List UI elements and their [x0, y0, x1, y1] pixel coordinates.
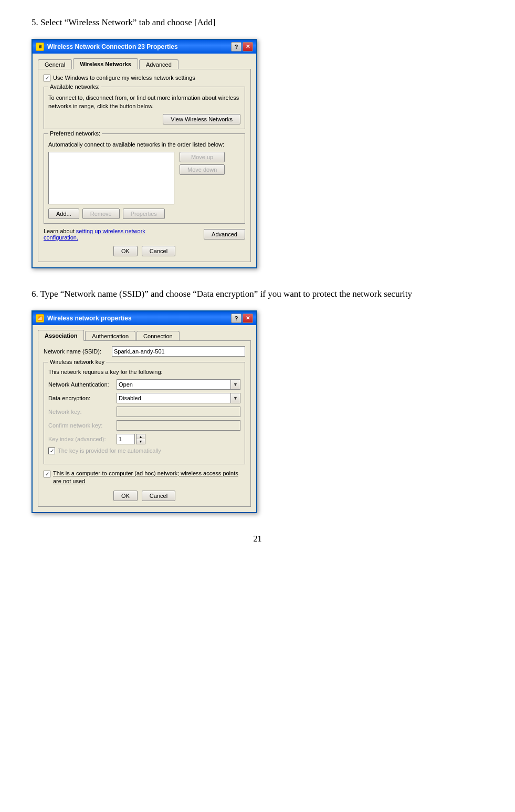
- spinner-arrows: ▲ ▼: [136, 434, 145, 444]
- dialog1-bottom-row: Learn about setting up wireless network …: [44, 228, 245, 241]
- preferred-networks-text: Automatically connect to available netwo…: [48, 140, 240, 149]
- auth-value: Open: [119, 381, 133, 388]
- spinner-up-button[interactable]: ▲: [136, 434, 145, 439]
- remove-button[interactable]: Remove: [82, 209, 120, 219]
- dialog2-ok-cancel: OK Cancel: [44, 491, 245, 501]
- learn-about-text: Learn about: [44, 228, 75, 234]
- step5-text: 5. Select “Wireless Network” tab and cho…: [31, 16, 484, 29]
- close-button[interactable]: ✕: [243, 42, 253, 51]
- help-button[interactable]: ?: [231, 42, 241, 51]
- step6-text: 6. Type “Network name (SSID)” and choose…: [31, 287, 484, 301]
- add-button[interactable]: Add...: [48, 209, 79, 219]
- dialog1-ok-button[interactable]: OK: [113, 246, 138, 256]
- dialog2-title: Wireless network properties: [47, 315, 132, 322]
- dialog1-tabs: General Wireless Networks Advanced: [38, 58, 251, 69]
- dialog2-help-button[interactable]: ?: [231, 314, 241, 323]
- auth-arrow: ▼: [230, 380, 240, 389]
- key-index-row: Key index (advanced): ▲ ▼: [48, 434, 240, 444]
- adhoc-row: This is a computer-to-computer (ad hoc) …: [44, 470, 245, 486]
- dialog2-close-button[interactable]: ✕: [243, 314, 253, 323]
- available-networks-label: Available networks:: [48, 84, 101, 90]
- auth-label: Network Authentication:: [48, 381, 117, 388]
- properties-button[interactable]: Properties: [123, 209, 165, 219]
- dialog2-tabs: Association Authentication Connection: [38, 329, 251, 340]
- dialog2-body: Association Authentication Connection Ne…: [33, 325, 256, 513]
- encryption-row: Data encryption: Disabled ▼: [48, 393, 240, 403]
- auth-row: Network Authentication: Open ▼: [48, 379, 240, 390]
- adhoc-checkbox[interactable]: [44, 471, 50, 477]
- dialog2-ok-button[interactable]: OK: [113, 491, 138, 501]
- dialog2: 📶 Wireless network properties ? ✕ Associ…: [31, 310, 257, 514]
- auto-key-label: The key is provided for me automatically: [58, 447, 161, 454]
- dialog2-titlebar-buttons: ? ✕: [231, 314, 253, 323]
- auth-select[interactable]: Open ▼: [117, 379, 240, 390]
- preferred-networks-list[interactable]: [48, 152, 174, 204]
- confirm-key-label: Confirm network key:: [48, 422, 117, 429]
- view-wireless-button[interactable]: View Wireless Networks: [163, 114, 240, 124]
- network-key-input[interactable]: [117, 407, 240, 417]
- network-key-label: Network key:: [48, 409, 117, 415]
- auto-key-checkbox[interactable]: [48, 447, 55, 454]
- adhoc-label: This is a computer-to-computer (ad hoc) …: [53, 470, 245, 486]
- learn-config-link[interactable]: configuration.: [44, 234, 78, 241]
- dialog2-icon: 📶: [36, 314, 44, 322]
- spinner-down-button[interactable]: ▼: [136, 439, 145, 444]
- network-key-row: Network key:: [48, 407, 240, 417]
- dialog2-tab-content: Network name (SSID): Wireless network ke…: [38, 340, 251, 507]
- dialog1-icon: 🖥: [36, 43, 44, 51]
- titlebar-buttons: ? ✕: [231, 42, 253, 51]
- preferred-buttons: Move up Move down: [180, 152, 225, 175]
- dialog1-title: Wireless Network Connection 23 Propertie…: [47, 43, 178, 50]
- preferred-row: Move up Move down: [48, 152, 240, 204]
- encryption-arrow: ▼: [230, 393, 240, 403]
- key-index-input[interactable]: [117, 434, 135, 444]
- dialog1: 🖥 Wireless Network Connection 23 Propert…: [31, 39, 257, 269]
- advanced-button[interactable]: Advanced: [204, 229, 245, 240]
- dialog2-titlebar-left: 📶 Wireless network properties: [36, 314, 132, 322]
- tab-connection[interactable]: Connection: [136, 331, 180, 341]
- dialog2-titlebar: 📶 Wireless network properties ? ✕: [33, 311, 256, 325]
- confirm-key-input[interactable]: [117, 420, 240, 431]
- dialog1-titlebar: 🖥 Wireless Network Connection 23 Propert…: [33, 40, 256, 54]
- dialog1-cancel-button[interactable]: Cancel: [142, 246, 175, 256]
- wireless-key-group: Wireless network key This network requir…: [44, 362, 245, 464]
- use-windows-checkbox[interactable]: [44, 75, 50, 81]
- move-up-button[interactable]: Move up: [180, 152, 225, 162]
- tab-authentication[interactable]: Authentication: [85, 331, 135, 341]
- wireless-key-label: Wireless network key: [48, 359, 106, 365]
- dialog2-cancel-button[interactable]: Cancel: [142, 491, 175, 501]
- ssid-label: Network name (SSID):: [44, 348, 112, 355]
- tab-advanced[interactable]: Advanced: [139, 59, 178, 69]
- use-windows-checkbox-row: Use Windows to configure my wireless net…: [44, 75, 245, 81]
- key-desc: This network requires a key for the foll…: [48, 369, 240, 375]
- encryption-label: Data encryption:: [48, 395, 117, 401]
- preferred-networks-group: Preferred networks: Automatically connec…: [44, 133, 245, 224]
- available-networks-text: To connect to, disconnect from, or find …: [48, 93, 240, 111]
- dialog1-ok-cancel: OK Cancel: [44, 246, 245, 256]
- tab-general[interactable]: General: [38, 59, 72, 69]
- dialog2-wrapper: 📶 Wireless network properties ? ✕ Associ…: [31, 310, 484, 514]
- titlebar-left: 🖥 Wireless Network Connection 23 Propert…: [36, 43, 178, 51]
- available-networks-group: Available networks: To connect to, disco…: [44, 87, 245, 129]
- encryption-value: Disabled: [119, 395, 141, 401]
- page-number: 21: [31, 534, 484, 544]
- tab-wireless-networks[interactable]: Wireless Networks: [73, 58, 138, 69]
- dialog1-body: General Wireless Networks Advanced Use W…: [33, 54, 256, 268]
- preferred-networks-label: Preferred networks:: [48, 130, 102, 137]
- learn-text-area: Learn about setting up wireless network …: [44, 228, 145, 241]
- spinner-field: ▲ ▼: [117, 434, 145, 444]
- tab-association[interactable]: Association: [38, 330, 84, 341]
- dialog1-wrapper: 🖥 Wireless Network Connection 23 Propert…: [31, 39, 484, 269]
- ssid-row: Network name (SSID):: [44, 346, 245, 357]
- auto-key-row: The key is provided for me automatically: [48, 447, 240, 454]
- use-windows-label: Use Windows to configure my wireless net…: [53, 75, 195, 81]
- confirm-key-row: Confirm network key:: [48, 420, 240, 431]
- learn-link[interactable]: setting up wireless network: [76, 228, 145, 234]
- key-index-label: Key index (advanced):: [48, 436, 117, 442]
- dialog1-tab-content: Use Windows to configure my wireless net…: [38, 69, 251, 263]
- encryption-select[interactable]: Disabled ▼: [117, 393, 240, 403]
- move-down-button[interactable]: Move down: [180, 164, 225, 175]
- ssid-input[interactable]: [112, 346, 245, 357]
